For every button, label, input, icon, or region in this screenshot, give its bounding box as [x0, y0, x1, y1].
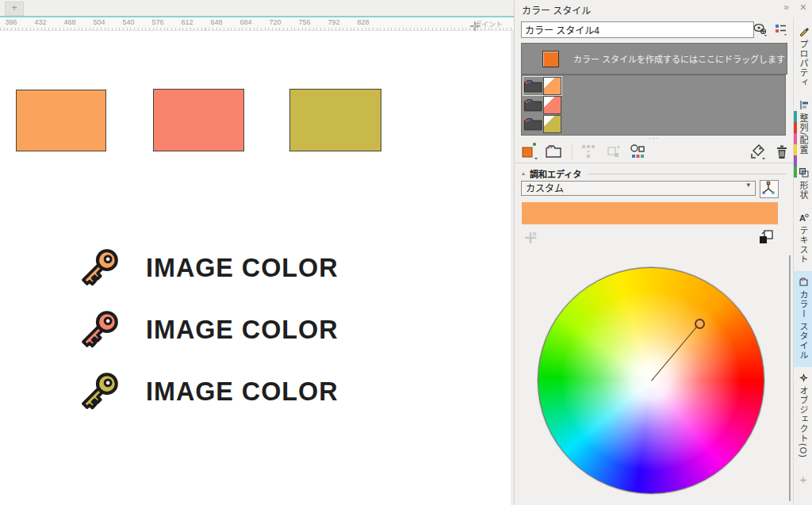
harmony-row-orange[interactable]	[523, 77, 561, 95]
harmony-preset-dropdown[interactable]: カスタム ▾	[521, 181, 756, 196]
ruler-tick: 504	[93, 18, 105, 26]
shapes-icon	[799, 167, 809, 178]
tab-color-styles[interactable]: カラー スタイル	[794, 271, 812, 367]
sort-options-icon[interactable]	[773, 21, 789, 37]
harmony-sort-button[interactable]	[629, 143, 646, 160]
key-icon	[75, 243, 124, 293]
key-art-salmon[interactable]: IMAGE COLOR	[75, 305, 343, 354]
drop-zone-swatch	[542, 51, 559, 67]
harmony-folder-icon	[523, 78, 542, 94]
panel-scrollbar[interactable]	[789, 255, 791, 501]
view-options-icon[interactable]	[753, 21, 768, 37]
rectangle-orange[interactable]	[16, 90, 106, 151]
new-harmony-folder-button[interactable]	[545, 143, 562, 160]
new-gradient-disabled-button	[580, 143, 597, 160]
style-name-input[interactable]	[521, 21, 754, 38]
ruler-tick: 432	[34, 18, 46, 26]
page-canvas[interactable]: IMAGE COLOR IMAGE COLOR IMAGE COLOR	[0, 31, 514, 505]
remove-color-disabled-icon	[523, 230, 540, 247]
harmony-editor-header[interactable]: ▴ 調和エディタ	[522, 167, 787, 180]
docker-title-bar: カラー スタイル » ×	[514, 0, 812, 17]
tab-align-distribute[interactable]: 整列/配置	[794, 94, 812, 162]
rectangle-olive[interactable]	[289, 89, 381, 151]
ruler-tick: 756	[298, 18, 310, 26]
tab-label: 整列/配置	[797, 113, 810, 155]
ruler-tick: 468	[63, 18, 75, 26]
key-icon	[75, 305, 124, 354]
horizontal-ruler: 396 432 468 504 540 576 612 648 684 720 …	[0, 17, 514, 31]
wheel-selector-handle[interactable]	[695, 319, 705, 329]
delete-style-button[interactable]	[773, 143, 791, 160]
align-icon	[799, 100, 809, 110]
tab-label: プロパティ	[797, 40, 810, 87]
style-drop-zone[interactable]: カラー スタイルを作成するにはここにドラッグします	[521, 43, 787, 75]
tab-label: カラー スタイル	[797, 290, 810, 360]
ruler-tick: 648	[210, 18, 222, 26]
drawing-canvas-area: + 396 432 468 504 540 576 612 648 684 72…	[0, 0, 514, 505]
section-divider	[515, 163, 794, 163]
harmony-swatch	[543, 115, 561, 133]
text-icon: A	[799, 212, 809, 223]
color-wheel-area	[538, 267, 764, 494]
svg-text:A: A	[799, 213, 806, 223]
new-color-style-button[interactable]	[521, 143, 538, 160]
tab-label: テキスト	[797, 226, 810, 264]
docker-close-icon[interactable]: ×	[800, 2, 806, 13]
tab-properties[interactable]: プロパティ	[794, 21, 812, 94]
ruler-tick: 396	[5, 18, 17, 26]
selected-harmony-color-bar[interactable]	[522, 202, 778, 224]
objects-icon	[799, 373, 809, 383]
header-rule	[588, 174, 787, 174]
harmony-swatch	[543, 77, 561, 95]
docker-collapse-icon[interactable]: »	[783, 2, 787, 12]
docker-title: カラー スタイル	[522, 3, 591, 17]
harmony-row-salmon[interactable]	[523, 96, 561, 114]
add-page-button[interactable]: +	[5, 2, 24, 16]
tab-label: 形状	[797, 181, 810, 200]
toolbar-separator	[572, 143, 573, 159]
chevron-down-icon: ▾	[746, 182, 750, 189]
ruler-tick: 684	[239, 18, 251, 26]
color-styles-docker: カラー スタイルを作成するにはここにドラッグします ···	[514, 17, 794, 505]
edit-style-disabled-button	[605, 143, 622, 160]
ruler-tick: 576	[151, 18, 163, 26]
key-icon	[75, 367, 124, 416]
list-resize-handle[interactable]: ···	[515, 135, 794, 142]
ruler-tick: 828	[357, 18, 369, 26]
style-list-toolbar	[521, 143, 787, 162]
harmony-folder-icon	[523, 117, 542, 132]
ruler-tick: 720	[269, 18, 281, 26]
show-color-values-button[interactable]	[757, 228, 775, 246]
color-styles-icon	[799, 277, 809, 287]
ruler-unit-label: ポイント	[474, 19, 503, 29]
tab-objects[interactable]: オブジェクト(O)	[794, 367, 812, 465]
drop-zone-hint: カラー スタイルを作成するにはここにドラッグします	[573, 52, 785, 65]
add-docker-button[interactable]: +	[800, 473, 807, 485]
harmony-row-olive[interactable]	[523, 115, 561, 133]
harmony-preset-value: カスタム	[526, 183, 564, 194]
ruler-tick: 792	[327, 18, 339, 26]
tab-shape[interactable]: 形状	[794, 162, 812, 207]
tab-label: オブジェクト(O)	[797, 386, 810, 458]
rectangle-salmon[interactable]	[153, 89, 244, 151]
document-tab-bar: +	[0, 0, 514, 17]
ruler-tick: 612	[181, 18, 193, 26]
docker-tab-strip: プロパティ 整列/配置 形状 A テキスト	[793, 17, 812, 505]
image-color-text[interactable]: IMAGE COLOR	[146, 315, 339, 345]
tab-text[interactable]: A テキスト	[794, 207, 812, 271]
key-art-olive[interactable]: IMAGE COLOR	[75, 367, 343, 416]
image-color-text[interactable]: IMAGE COLOR	[146, 377, 339, 407]
harmony-editor-title: 調和エディタ	[530, 167, 581, 180]
collapse-section-icon[interactable]: ▴	[522, 170, 525, 177]
ruler-tick: 540	[122, 18, 134, 26]
key-art-orange[interactable]: IMAGE COLOR	[75, 243, 343, 293]
harmony-node-tool-button[interactable]	[760, 180, 779, 198]
harmony-swatch	[543, 96, 561, 114]
pen-icon	[799, 26, 809, 36]
harmony-folder-icon	[523, 98, 542, 113]
color-style-list[interactable]	[521, 75, 786, 136]
export-tag-button[interactable]	[749, 143, 767, 160]
image-color-text[interactable]: IMAGE COLOR	[146, 253, 339, 283]
